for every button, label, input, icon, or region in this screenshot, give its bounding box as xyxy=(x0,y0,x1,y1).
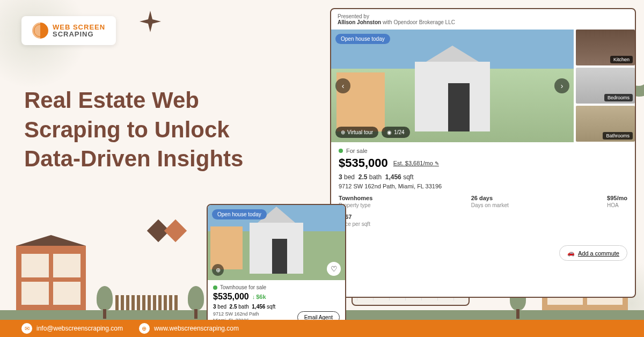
photo-overlay-controls: ⊕Virtual tour ◉1/24 xyxy=(335,127,410,138)
edit-icon: ✎ xyxy=(435,160,439,166)
presented-label: Presented by xyxy=(338,13,369,19)
agent-brokerage: with Opendoor Brokerage LLC xyxy=(381,19,455,25)
open-house-badge: Open house today xyxy=(335,34,390,44)
tree-icon xyxy=(97,286,113,310)
small-photo[interactable]: Open house today ♡ ⊕ xyxy=(208,205,345,280)
fence xyxy=(115,295,180,310)
compass-icon: ⊕ xyxy=(341,129,345,135)
logo-spider-icon xyxy=(32,23,48,39)
thumbnail-column: Kitchen Bedrooms Bathrooms xyxy=(576,30,635,142)
down-arrow-icon: ↓ xyxy=(252,294,255,300)
logo-card: WEB SCREEN SCRAPING xyxy=(21,16,116,45)
house-center-small xyxy=(272,239,287,274)
listing-status: For sale xyxy=(339,148,627,154)
logo-text: WEB SCREEN SCRAPING xyxy=(53,24,105,38)
listing-price: $535,000 Est. $3,681/mo ✎ xyxy=(339,156,627,170)
small-status: Townhouse for sale xyxy=(213,284,340,290)
next-photo-button[interactable]: › xyxy=(554,78,569,93)
status-dot-icon xyxy=(339,149,343,153)
monthly-estimate-link[interactable]: Est. $3,681/mo ✎ xyxy=(393,160,439,166)
logo-line-2: SCRAPING xyxy=(53,31,105,38)
meta-days: 26 daysDays on market xyxy=(471,195,509,208)
expand-button[interactable]: ⊕ xyxy=(212,264,224,276)
photo-count-button[interactable]: ◉1/24 xyxy=(382,127,409,138)
thumb-kitchen[interactable]: Kitchen xyxy=(576,30,635,65)
favorite-button[interactable]: ♡ xyxy=(327,262,341,276)
listing-header: Presented by Allison Johnston with Opend… xyxy=(331,9,635,30)
crosshair-icon: ⊕ xyxy=(216,267,221,274)
tree-icon xyxy=(188,286,204,310)
listing-address: 9712 SW 162nd Path, Miami, FL 33196 xyxy=(339,183,627,189)
add-commute-button[interactable]: 🚗Add a commute xyxy=(559,245,627,261)
virtual-tour-button[interactable]: ⊕Virtual tour xyxy=(335,127,378,138)
open-house-badge-small: Open house today xyxy=(212,209,267,219)
thumb-bedrooms[interactable]: Bedrooms xyxy=(576,68,635,104)
camera-icon: ◉ xyxy=(387,129,392,135)
listing-card-large: Presented by Allison Johnston with Opend… xyxy=(330,8,636,298)
listing-stats: 3 bed 2.5 bath 1,456 sqft xyxy=(339,173,627,181)
footer-bar: ✉ info@webscreenscraping.com ⊕ www.websc… xyxy=(0,320,644,337)
small-stats: 3 bed 2.5 bath 1,456 sqft xyxy=(213,304,340,310)
footer-website[interactable]: ⊕ www.webscreenscraping.com xyxy=(139,323,239,334)
photo-gallery: Open house today ‹ › ⊕Virtual tour ◉1/24… xyxy=(331,30,635,142)
neighbor-house-small xyxy=(210,226,243,269)
thumb-bathrooms[interactable]: Bathrooms xyxy=(576,106,635,142)
small-price: $535,000 ↓$6k xyxy=(213,292,340,302)
car-icon: 🚗 xyxy=(567,250,575,257)
main-photo[interactable]: Open house today ‹ › ⊕Virtual tour ◉1/24 xyxy=(331,30,574,142)
house-center-section xyxy=(448,83,470,131)
listing-meta-row: TownhomesProperty type 26 daysDays on ma… xyxy=(339,195,627,208)
heart-icon: ♡ xyxy=(331,265,338,273)
building-left xyxy=(16,246,86,310)
listing-details: For sale $535,000 Est. $3,681/mo ✎ 3 bed… xyxy=(331,142,635,232)
page-title: Real Estate Web Scraping to Unlock Data-… xyxy=(24,86,250,174)
meta-hoa: $95/moHOA xyxy=(607,195,627,208)
footer-email[interactable]: ✉ info@webscreenscraping.com xyxy=(21,323,123,334)
status-dot-icon xyxy=(213,285,217,290)
prev-photo-button[interactable]: ‹ xyxy=(335,78,350,93)
email-icon: ✉ xyxy=(21,323,32,334)
agent-name: Allison Johnston xyxy=(338,19,381,25)
globe-icon: ⊕ xyxy=(139,323,150,334)
listing-card-small: Open house today ♡ ⊕ Townhouse for sale … xyxy=(207,204,346,329)
price-drop: ↓$6k xyxy=(252,294,266,300)
listing-meta-row-2: $367Price per sqft xyxy=(339,214,627,227)
